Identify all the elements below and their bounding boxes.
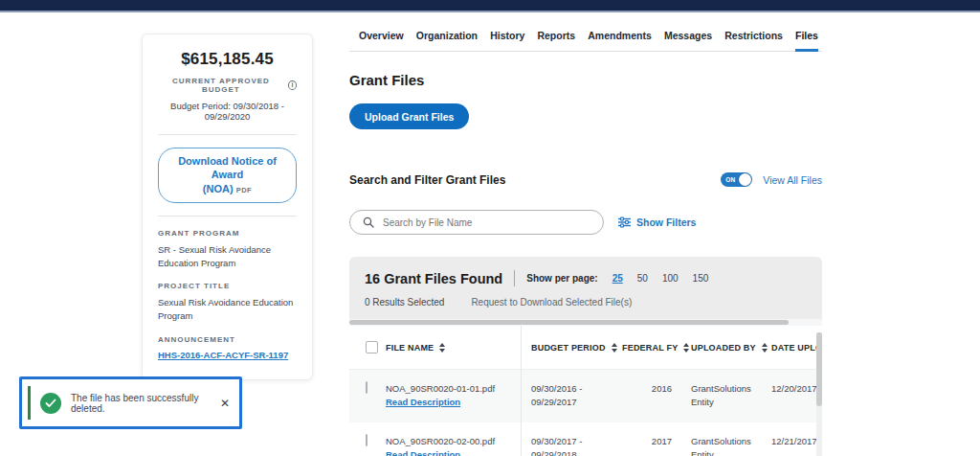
table-row: NOA_90SR0020-02-00.pdf Read Description … — [349, 422, 822, 456]
table-header-row: FILE NAME BUDGET PERIOD FEDERAL FY UPLOA… — [349, 326, 822, 370]
search-icon — [363, 217, 374, 228]
top-navigation-bar — [0, 0, 980, 12]
budget-period-cell: 09/30/2017 - 09/29/2018 — [522, 422, 612, 456]
approved-budget-amount: $615,185.45 — [158, 50, 297, 69]
uploaded-by-cell: GrantSolutions Entity — [681, 422, 761, 456]
results-count-row: 16 Grant Files Found Show per page: 25 5… — [365, 270, 807, 286]
column-header-file-name[interactable]: FILE NAME — [386, 326, 522, 369]
filter-sliders-icon — [618, 217, 631, 228]
horizontal-scrollbar[interactable] — [349, 319, 822, 326]
column-header-date-uploaded[interactable]: DATE UPLOADED — [761, 326, 822, 369]
date-uploaded-cell: 12/20/2017 — [761, 370, 822, 422]
view-all-files-toggle[interactable]: ON — [721, 172, 752, 187]
page-size-50[interactable]: 50 — [637, 273, 648, 284]
tab-messages[interactable]: Messages — [664, 30, 712, 51]
toggle-knob — [739, 173, 751, 186]
search-filter-header: Search and Filter Grant Files ON View Al… — [349, 172, 822, 187]
file-name: NOA_90SR0020-01-01.pdf — [386, 383, 495, 394]
tab-amendments[interactable]: Amendments — [588, 30, 652, 51]
close-icon[interactable]: ✕ — [220, 398, 230, 409]
read-description-link[interactable]: Read Description — [386, 448, 460, 456]
column-header-budget-period[interactable]: BUDGET PERIOD — [522, 326, 612, 369]
results-count: 16 Grant Files Found — [365, 271, 502, 286]
grant-program-value: SR - Sexual Risk Avoidance Education Pro… — [158, 243, 297, 270]
project-title-value: Sexual Risk Avoidance Education Program — [158, 296, 297, 323]
tab-overview[interactable]: Overview — [359, 30, 404, 51]
page-size-25[interactable]: 25 — [612, 273, 623, 284]
search-filter-title: Search and Filter Grant Files — [349, 173, 505, 187]
federal-fy-cell: 2016 — [612, 370, 681, 422]
toast-message: The file has been successfully deleted. — [71, 393, 220, 414]
divider — [158, 216, 297, 217]
grant-program-label: GRANT PROGRAM — [158, 229, 297, 238]
row-checkbox[interactable] — [366, 434, 368, 446]
select-all-checkbox[interactable] — [366, 341, 378, 353]
tab-organization[interactable]: Organization — [416, 30, 478, 51]
page-size-100[interactable]: 100 — [662, 273, 679, 284]
grant-files-table: 16 Grant Files Found Show per page: 25 5… — [349, 257, 822, 456]
vertical-scrollbar[interactable] — [816, 332, 822, 456]
success-check-icon — [40, 393, 61, 414]
sort-icon[interactable] — [439, 343, 445, 353]
selection-row: 0 Results Selected Request to Download S… — [365, 297, 807, 308]
tab-reports[interactable]: Reports — [537, 30, 575, 51]
results-selected-text: 0 Results Selected — [365, 297, 444, 308]
date-uploaded-cell: 12/21/2017 — [761, 422, 822, 456]
vertical-scrollbar-thumb[interactable] — [816, 332, 822, 406]
file-search-box[interactable] — [349, 210, 604, 235]
success-toast: The file has been successfully deleted. … — [19, 376, 242, 429]
tab-files[interactable]: Files — [795, 30, 818, 51]
approved-budget-label: CURRENT APPROVED BUDGET i — [158, 77, 297, 94]
file-name: NOA_90SR0020-02-00.pdf — [386, 436, 495, 446]
announcement-section: ANNOUNCEMENT HHS-2016-ACF-ACYF-SR-1197 — [158, 335, 297, 362]
upload-grant-files-button[interactable]: Upload Grant Files — [349, 103, 469, 129]
federal-fy-cell: 2017 — [612, 422, 681, 456]
request-download-link[interactable]: Request to Download Selected File(s) — [471, 297, 632, 308]
announcement-link[interactable]: HHS-2016-ACF-ACYF-SR-1197 — [158, 350, 288, 360]
announcement-label: ANNOUNCEMENT — [158, 335, 297, 344]
search-input[interactable] — [383, 217, 593, 228]
divider — [514, 270, 515, 286]
tab-restrictions[interactable]: Restrictions — [724, 30, 783, 51]
divider — [158, 134, 297, 135]
show-filters-button[interactable]: Show Filters — [618, 217, 696, 228]
tab-history[interactable]: History — [490, 30, 524, 51]
column-header-federal-fy[interactable]: FEDERAL FY — [612, 326, 681, 369]
toggle-on-label: ON — [725, 177, 735, 184]
budget-period-cell: 09/30/2016 - 09/29/2017 — [522, 370, 612, 422]
row-checkbox[interactable] — [366, 381, 368, 394]
pdf-format-label: PDF — [236, 186, 253, 194]
page-title: Grant Files — [349, 72, 822, 88]
show-per-page-label: Show per page: — [526, 273, 597, 284]
table-row: NOA_90SR0020-01-01.pdf Read Description … — [349, 370, 822, 422]
column-header-uploaded-by[interactable]: UPLOADED BY — [681, 326, 761, 369]
budget-summary-card: $615,185.45 CURRENT APPROVED BUDGET i Bu… — [142, 34, 313, 380]
read-description-link[interactable]: Read Description — [386, 396, 460, 409]
grant-tab-bar: Overview Organization History Reports Am… — [349, 14, 822, 52]
horizontal-scrollbar-thumb[interactable] — [349, 320, 789, 325]
grant-program-section: GRANT PROGRAM SR - Sexual Risk Avoidance… — [158, 229, 297, 270]
download-noa-button[interactable]: Download Notice of Award (NOA) PDF — [158, 148, 297, 203]
toast-accent-bar — [28, 386, 31, 420]
main-content: Overview Organization History Reports Am… — [349, 14, 822, 456]
search-row: Show Filters — [349, 210, 822, 235]
budget-period-text: Budget Period: 09/30/2018 - 09/29/2020 — [158, 101, 297, 122]
project-title-section: PROJECT TITLE Sexual Risk Avoidance Educ… — [158, 282, 297, 323]
page-size-150[interactable]: 150 — [693, 273, 709, 284]
results-summary-bar: 16 Grant Files Found Show per page: 25 5… — [349, 257, 822, 319]
project-title-label: PROJECT TITLE — [158, 282, 297, 290]
info-icon[interactable]: i — [288, 80, 297, 90]
uploaded-by-cell: GrantSolutions Entity — [681, 370, 761, 422]
view-all-files-link[interactable]: View All Files — [763, 174, 822, 186]
